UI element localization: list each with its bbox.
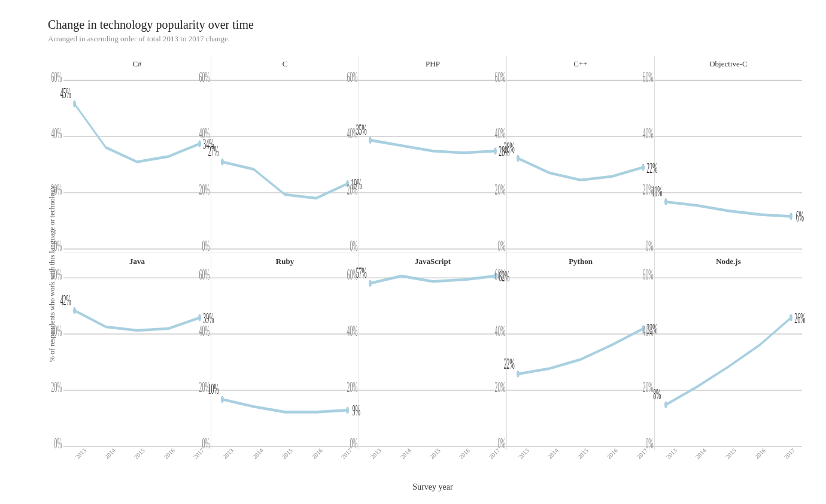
chart-inner-ruby: 60%40%20%0%10%9% — [211, 269, 359, 450]
svg-text:20%: 20% — [347, 379, 358, 395]
svg-text:20%: 20% — [51, 182, 62, 198]
chart-svg-nodejs: 60%40%20%0%8%26% — [655, 269, 802, 450]
chart-title-csharp: C# — [63, 56, 211, 71]
chart-cell-objc: Objective-C60%40%20%0%11%6% — [655, 56, 802, 253]
svg-point-44 — [517, 154, 520, 162]
row-1: C#60%40%20%0%45%34%C60%40%20%0%27%19%PHP… — [63, 56, 802, 253]
x-axis-label: Survey year — [63, 472, 802, 492]
svg-point-70 — [198, 314, 201, 321]
svg-text:40%: 40% — [51, 323, 62, 339]
chart-svg-csharp: 60%40%20%0%45%34% — [63, 71, 211, 253]
chart-title-objc: Objective-C — [655, 56, 802, 71]
chart-area: % of respondents who work with this lang… — [48, 56, 802, 492]
svg-text:20%: 20% — [643, 379, 654, 395]
svg-text:20%: 20% — [495, 182, 506, 198]
svg-text:35%: 35% — [356, 122, 367, 138]
svg-point-82 — [346, 406, 349, 414]
svg-text:0%: 0% — [350, 238, 357, 254]
line-php — [370, 140, 495, 153]
chart-title-ruby: Ruby — [211, 253, 359, 269]
svg-point-34 — [494, 147, 497, 154]
svg-text:20%: 20% — [347, 182, 358, 198]
svg-point-58 — [789, 212, 792, 220]
chart-inner-java: 60%40%20%0%42%39% — [63, 269, 211, 450]
svg-point-104 — [517, 371, 520, 378]
x-axis-cell-3: 20132014201520162017 — [506, 450, 654, 472]
chart-svg-objc: 60%40%20%0%11%6% — [655, 71, 802, 253]
line-javascript — [370, 276, 495, 283]
x-axis-cell-1: 20132014201520162017 — [211, 450, 359, 472]
chart-title-cpp: C++ — [507, 56, 654, 71]
svg-text:60%: 60% — [495, 267, 506, 283]
x-axis-row: 2013201420152016201720132014201520162017… — [63, 450, 802, 472]
svg-text:40%: 40% — [643, 126, 654, 141]
x-axis-cell-4: 20132014201520162017 — [654, 450, 802, 472]
chart-svg-php: 60%40%20%0%35%28% — [359, 71, 506, 253]
svg-point-118 — [789, 314, 792, 321]
svg-point-20 — [221, 158, 224, 165]
svg-text:28%: 28% — [504, 140, 515, 156]
main-title: Change in technology popularity over tim… — [48, 18, 802, 32]
svg-text:8%: 8% — [653, 387, 661, 402]
chart-inner-javascript: 60%40%20%0%57%62% — [359, 269, 506, 450]
chart-inner-python: 60%40%20%0%22%32% — [507, 269, 654, 450]
svg-text:40%: 40% — [495, 323, 506, 339]
x-axis-cell-2: 20132014201520162017 — [359, 450, 507, 472]
svg-point-56 — [664, 198, 667, 205]
svg-text:27%: 27% — [208, 144, 219, 159]
charts-and-xaxis: C#60%40%20%0%45%34%C60%40%20%0%27%19%PHP… — [63, 56, 802, 492]
svg-text:0%: 0% — [202, 238, 209, 254]
svg-text:60%: 60% — [643, 69, 654, 85]
svg-text:57%: 57% — [356, 265, 367, 281]
chart-svg-python: 60%40%20%0%22%32% — [507, 269, 654, 450]
chart-cell-java: Java60%40%20%0%42%39% — [63, 253, 211, 450]
svg-point-68 — [73, 307, 76, 314]
chart-title-javascript: JavaScript — [359, 253, 506, 269]
line-cpp — [518, 158, 643, 180]
svg-text:40%: 40% — [199, 323, 210, 339]
chart-title-php: PHP — [359, 56, 506, 71]
svg-text:20%: 20% — [51, 379, 62, 395]
svg-text:20%: 20% — [495, 379, 506, 395]
line-csharp — [74, 104, 199, 162]
chart-cell-cpp: C++60%40%20%0%28%22% — [507, 56, 655, 253]
svg-text:40%: 40% — [347, 323, 358, 339]
svg-text:6%: 6% — [796, 210, 804, 225]
svg-text:22%: 22% — [504, 356, 515, 372]
svg-text:60%: 60% — [347, 69, 358, 85]
chart-title-nodejs: Node.js — [655, 253, 802, 269]
svg-text:40%: 40% — [51, 126, 62, 141]
svg-text:0%: 0% — [54, 238, 62, 254]
svg-text:20%: 20% — [199, 182, 210, 198]
chart-inner-php: 60%40%20%0%35%28% — [359, 71, 506, 253]
chart-svg-java: 60%40%20%0%42%39% — [63, 269, 211, 450]
svg-text:60%: 60% — [51, 69, 62, 85]
chart-inner-objc: 60%40%20%0%11%6% — [655, 71, 802, 253]
svg-text:0%: 0% — [497, 238, 505, 254]
svg-text:60%: 60% — [51, 267, 62, 283]
svg-point-116 — [664, 401, 667, 408]
svg-text:0%: 0% — [645, 238, 653, 254]
chart-inner-csharp: 60%40%20%0%45%34% — [63, 71, 211, 253]
page: Change in technology popularity over tim… — [0, 0, 826, 504]
line-nodejs — [666, 318, 791, 405]
chart-svg-ruby: 60%40%20%0%10%9% — [211, 269, 359, 450]
svg-text:60%: 60% — [199, 267, 210, 283]
svg-text:11%: 11% — [652, 184, 663, 199]
svg-point-46 — [642, 164, 645, 171]
chart-title-java: Java — [63, 253, 211, 269]
svg-text:40%: 40% — [199, 126, 210, 141]
chart-svg-c: 60%40%20%0%27%19% — [211, 71, 359, 253]
svg-text:26%: 26% — [794, 311, 805, 326]
chart-cell-ruby: Ruby60%40%20%0%10%9% — [211, 253, 359, 450]
chart-cell-c: C60%40%20%0%27%19% — [211, 56, 359, 253]
svg-point-8 — [73, 100, 76, 107]
line-python — [518, 329, 643, 374]
svg-point-92 — [369, 280, 372, 287]
chart-inner-nodejs: 60%40%20%0%8%26% — [655, 269, 802, 450]
chart-inner-cpp: 60%40%20%0%28%22% — [507, 71, 654, 253]
svg-text:42%: 42% — [60, 293, 71, 308]
svg-text:60%: 60% — [199, 69, 210, 85]
svg-text:45%: 45% — [60, 86, 71, 101]
svg-point-32 — [369, 136, 372, 144]
